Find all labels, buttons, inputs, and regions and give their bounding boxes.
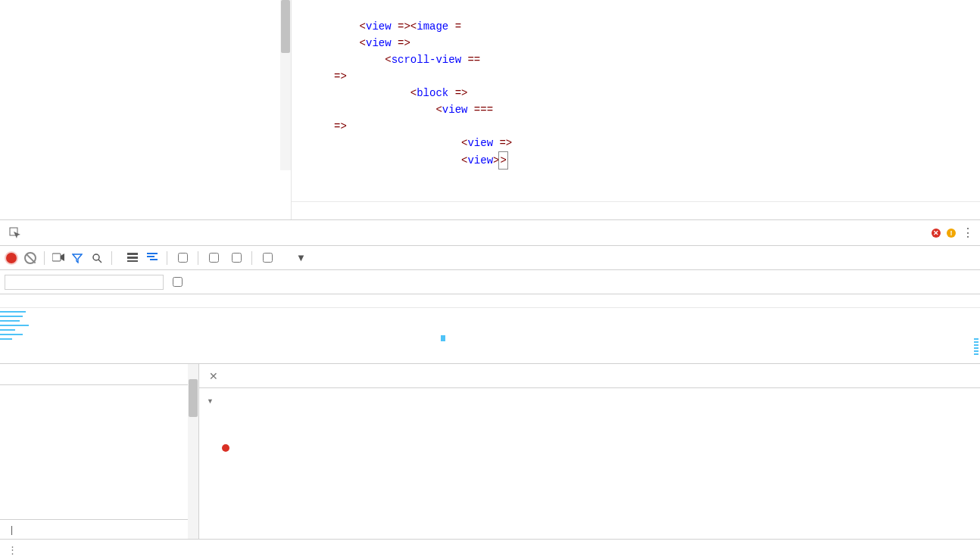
warning-count[interactable]: ! [947,229,957,238]
editor-status-bar [292,201,980,219]
view-frames-icon[interactable] [147,253,159,263]
svg-rect-6 [127,260,138,262]
view-list-icon[interactable] [127,253,139,263]
throttle-select[interactable]: ▼ [282,252,306,263]
tree-scrollbar[interactable] [280,0,291,170]
filter-input[interactable] [5,275,164,290]
remote-address-row [217,456,972,468]
error-count[interactable]: ✕ [932,229,942,238]
drawer-kebab-icon[interactable]: ⋮ [8,544,19,555]
file-tree [0,0,292,219]
devtools-tabs: ✕ ! ⋮ [0,220,980,246]
drawer-bar[interactable]: ⋮ [0,539,980,560]
status-dot-icon [222,444,229,452]
svg-rect-5 [127,257,138,259]
search-icon[interactable] [92,253,104,263]
request-list: | [0,364,199,539]
status-code-row [217,441,972,453]
kebab-icon[interactable]: ⋮ [962,226,974,240]
filter-icon[interactable] [72,253,84,263]
network-filter-bar [0,270,980,294]
preserve-log-checkbox[interactable] [206,250,221,265]
request-url-row [217,411,972,423]
network-toolbar: ▼ [0,246,980,270]
svg-rect-8 [147,256,154,257]
clear-button[interactable] [24,252,36,264]
offline-checkbox[interactable] [260,250,275,265]
network-timeline[interactable] [0,294,980,364]
request-method-row [217,426,972,438]
hide-data-urls-checkbox[interactable] [170,275,185,289]
disable-cache-checkbox[interactable] [229,250,244,265]
inspect-icon[interactable] [5,220,26,245]
svg-rect-9 [150,259,158,260]
code-content[interactable]: <view =><image = <view => <scroll-view =… [325,0,980,201]
request-list-header[interactable] [0,364,198,385]
svg-rect-4 [127,253,138,255]
svg-rect-7 [147,253,158,254]
svg-rect-1 [52,254,61,261]
svg-point-2 [93,254,99,260]
record-button[interactable] [6,253,17,263]
referrer-policy-row [217,471,972,484]
request-detail-panel: ✕ [199,364,980,539]
request-list-scrollbar[interactable] [188,364,198,539]
request-status-bar: | [0,519,198,539]
code-editor: <view =><image = <view => <scroll-view =… [292,0,980,219]
devtools-panel: ✕ ! ⋮ ▼ [0,219,980,560]
close-detail-icon[interactable]: ✕ [204,364,223,387]
group-by-frame-checkbox[interactable] [175,250,190,265]
line-gutter [292,0,325,201]
camera-icon[interactable] [52,253,64,263]
svg-line-3 [98,260,101,263]
general-section-header[interactable] [207,397,972,405]
